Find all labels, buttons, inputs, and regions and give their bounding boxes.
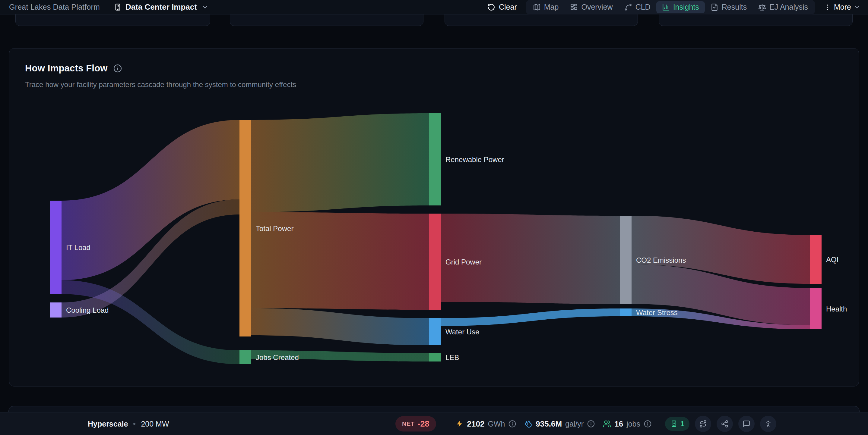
tab-label: Map (544, 3, 559, 11)
sankey-node-water_use[interactable] (429, 318, 441, 345)
impact-sankey-diagram: IT LoadCooling LoadTotal PowerJobs Creat… (0, 0, 868, 435)
sankey-node-aqi[interactable] (810, 235, 822, 284)
project-label: Data Center Impact (125, 2, 197, 12)
clear-label: Clear (499, 3, 517, 11)
sankey-node-label-aqi: AQI (826, 256, 838, 264)
tab-overview[interactable]: Overview (564, 1, 618, 13)
status-bar: Hyperscale 200 MW NET -28 2102 GWh 935.6… (0, 412, 868, 435)
metric-unit: gal/yr (565, 419, 584, 428)
tab-ej-analysis[interactable]: EJ Analysis (752, 1, 814, 13)
metric-unit: GWh (488, 419, 505, 428)
sankey-node-renewable_power[interactable] (429, 113, 441, 205)
building-icon (670, 420, 678, 428)
divider (446, 418, 446, 430)
metric-unit: jobs (626, 419, 640, 428)
metric-value: 16 (614, 419, 623, 428)
sankey-node-label-leb: LEB (445, 354, 459, 362)
status-actions: 1 (665, 416, 776, 432)
building-icon (114, 3, 122, 11)
map-icon (533, 3, 541, 11)
sankey-node-label-co2_emissions: CO2 Emissions (636, 256, 686, 264)
jobs-metric: 16 jobs (603, 419, 652, 428)
sankey-node-leb[interactable] (429, 353, 441, 362)
sankey-node-label-jobs_created: Jobs Created (256, 354, 299, 362)
sankey-link-it_load-jobs_created (62, 280, 240, 364)
sankey-node-label-water_stress: Water Stress (636, 308, 678, 316)
sankey-node-label-total_power: Total Power (256, 225, 293, 233)
file-icon (711, 3, 718, 11)
sankey-node-grid_power[interactable] (429, 213, 441, 310)
tab-insights[interactable]: Insights (656, 1, 705, 13)
sankey-node-label-grid_power: Grid Power (445, 258, 482, 266)
sankey-node-label-health: Health (826, 305, 847, 313)
dot-separator (133, 423, 135, 425)
compare-button[interactable] (695, 416, 711, 432)
message-icon (743, 420, 750, 428)
metrics-row: NET -28 2102 GWh 935.6M gal/yr 16 jobs (395, 416, 652, 431)
rotate-ccw-icon (487, 3, 495, 11)
bolt-icon (456, 420, 464, 428)
clear-button[interactable]: Clear (487, 3, 517, 11)
project-selector[interactable]: Data Center Impact (114, 2, 208, 12)
water-metric: 935.6M gal/yr (524, 419, 595, 428)
sankey-node-label-it_load: IT Load (66, 243, 91, 252)
facility-count: 1 (680, 420, 684, 428)
net-score-badge: NET -28 (395, 416, 436, 431)
tab-label: Results (722, 3, 747, 11)
metric-value: 2102 (467, 419, 485, 428)
sankey-link-total_power-renewable_power (251, 113, 429, 212)
accessibility-button[interactable] (760, 416, 776, 432)
comment-button[interactable] (738, 416, 754, 432)
scales-icon (758, 3, 766, 11)
accessibility-icon (764, 420, 772, 428)
net-label: NET (402, 420, 415, 427)
more-menu-button[interactable]: More (824, 3, 860, 11)
share-icon (721, 420, 728, 428)
sankey-node-health[interactable] (810, 288, 822, 329)
sankey-node-cooling_load[interactable] (50, 302, 62, 317)
tab-cld[interactable]: CLD (619, 1, 656, 13)
sankey-node-co2_emissions[interactable] (620, 216, 631, 304)
sankey-node-it_load[interactable] (50, 201, 62, 294)
sankey-node-label-water_use: Water Use (445, 328, 479, 336)
energy-metric: 2102 GWh (456, 419, 517, 428)
chevron-down-icon (854, 4, 860, 10)
brand-title: Great Lakes Data Platform (9, 3, 100, 11)
info-icon[interactable] (508, 420, 516, 428)
facility-summary: Hyperscale 200 MW (88, 419, 169, 428)
header-actions: Clear Map Overview CLD Insights Results (487, 0, 860, 14)
sankey-link-total_power-water_use (251, 308, 429, 345)
route-icon (699, 420, 707, 428)
facility-type: Hyperscale (88, 419, 128, 428)
facility-count-badge[interactable]: 1 (665, 417, 689, 431)
tab-label: CLD (636, 3, 651, 11)
bar-chart-icon (662, 3, 670, 11)
tab-map[interactable]: Map (527, 1, 565, 13)
tab-results[interactable]: Results (705, 1, 752, 13)
sankey-node-label-cooling_load: Cooling Load (66, 306, 108, 314)
net-value: -28 (418, 419, 430, 428)
users-icon (603, 420, 611, 428)
tab-label: Overview (581, 3, 613, 11)
sankey-node-label-renewable_power: Renewable Power (445, 156, 504, 164)
droplets-icon (524, 420, 532, 428)
sankey-link-water_use-water_stress (441, 308, 620, 326)
sankey-node-jobs_created[interactable] (240, 350, 251, 364)
chevron-down-icon (202, 4, 208, 10)
kebab-icon (824, 4, 831, 11)
tab-label: EJ Analysis (769, 3, 808, 11)
metric-value: 935.6M (536, 419, 562, 428)
view-tabs: Map Overview CLD Insights Results EJ Ana… (526, 0, 815, 14)
facility-capacity: 200 MW (141, 419, 169, 428)
sankey-node-water_stress[interactable] (620, 308, 631, 316)
info-icon[interactable] (587, 420, 595, 428)
spline-icon (624, 3, 632, 11)
share-button[interactable] (717, 416, 733, 432)
sankey-node-total_power[interactable] (240, 120, 251, 336)
top-nav-bar: Great Lakes Data Platform Data Center Im… (0, 0, 868, 14)
info-icon[interactable] (644, 420, 652, 428)
more-label: More (834, 3, 851, 11)
grid-icon (570, 3, 578, 11)
tab-label: Insights (673, 3, 699, 11)
